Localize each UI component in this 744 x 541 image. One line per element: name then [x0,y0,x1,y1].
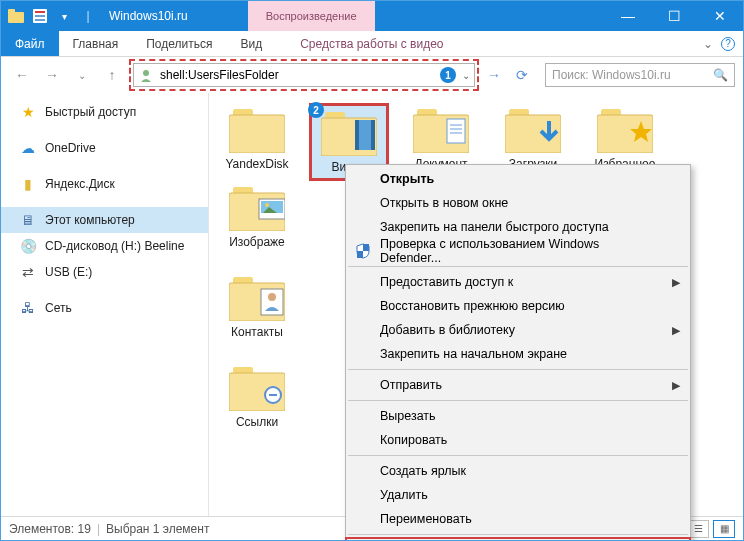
context-menu-item[interactable]: Вырезать [346,404,690,428]
sidebar-item-этот-компьютер[interactable]: 🖥Этот компьютер [1,207,208,233]
status-selection: Выбран 1 элемент [106,522,209,536]
window-controls: — ☐ ✕ [605,1,743,31]
forward-button[interactable]: → [39,62,65,88]
context-menu-item[interactable]: Открыть в новом окне [346,191,690,215]
sidebar-icon: 💿 [19,237,37,255]
context-menu-item[interactable]: Открыть [346,167,690,191]
sidebar-icon: ☁ [19,139,37,157]
qat-dropdown-icon[interactable]: ▾ [53,5,75,27]
folder-icon [229,365,285,411]
back-button[interactable]: ← [9,62,35,88]
folder-icon [321,110,377,156]
recent-locations-button[interactable]: ⌄ [69,62,95,88]
tab-home[interactable]: Главная [59,31,133,56]
view-icons-button[interactable]: ▦ [713,520,735,538]
context-menu-item[interactable]: Проверка с использованием Windows Defend… [346,239,690,263]
context-menu: ОткрытьОткрыть в новом окнеЗакрепить на … [345,164,691,541]
submenu-arrow-icon: ▶ [672,379,680,392]
svg-rect-13 [371,120,375,150]
sidebar-icon: 🖧 [19,299,37,317]
folder-icon [597,107,653,153]
context-menu-label: Создать ярлык [380,464,466,478]
context-menu-item[interactable]: Добавить в библиотеку▶ [346,318,690,342]
quick-access-toolbar: ▾ | [1,5,99,27]
help-icon[interactable]: ? [721,37,735,51]
folder-icon [5,5,27,27]
context-menu-label: Открыть [380,172,434,186]
context-menu-item[interactable]: Удалить [346,483,690,507]
sidebar-item-быстрый-доступ[interactable]: ★Быстрый доступ [1,99,208,125]
sidebar-item-яндекс-диск[interactable]: ▮Яндекс.Диск [1,171,208,197]
sidebar-label: Этот компьютер [45,213,135,227]
sidebar-item-usb-e-[interactable]: ⇄USB (E:) [1,259,208,285]
folder-icon [413,107,469,153]
sidebar-item-cd-дисковод-h-beeline[interactable]: 💿CD-дисковод (H:) Beeline [1,233,208,259]
contextual-tab-label: Воспроизведение [248,1,375,31]
ribbon-expand-icon[interactable]: ⌄ [703,37,713,51]
search-icon: 🔍 [713,68,728,82]
submenu-arrow-icon: ▶ [672,324,680,337]
folder-label: Ссылки [236,415,278,429]
up-button[interactable]: ↑ [99,62,125,88]
title-bar: ▾ | Windows10i.ru Воспроизведение — ☐ ✕ [1,1,743,31]
minimize-button[interactable]: — [605,1,651,31]
close-button[interactable]: ✕ [697,1,743,31]
folder-item[interactable]: YandexDisk [217,103,297,181]
context-menu-item[interactable]: Копировать [346,428,690,452]
context-menu-item[interactable]: Отправить▶ [346,373,690,397]
properties-icon[interactable] [29,5,51,27]
address-dropdown-icon[interactable]: ⌄ [462,70,470,81]
svg-point-32 [268,293,276,301]
shield-icon [354,242,372,260]
go-button[interactable]: → [483,67,505,83]
context-menu-separator [348,266,688,267]
status-item-count: Элементов: 19 [9,522,91,536]
folder-item[interactable]: Ссылки [217,361,297,433]
context-menu-item[interactable]: Закрепить на панели быстрого доступа [346,215,690,239]
window-title: Windows10i.ru [99,9,188,23]
navigation-bar: ← → ⌄ ↑ shell:UsersFilesFolder 1 ⌄ → ⟳ П… [1,57,743,93]
search-box[interactable]: Поиск: Windows10i.ru 🔍 [545,63,735,87]
explorer-window: ▾ | Windows10i.ru Воспроизведение — ☐ ✕ … [0,0,744,541]
tab-video-tools[interactable]: Средства работы с видео [286,31,457,56]
svg-rect-36 [363,244,369,251]
navigation-pane: ★Быстрый доступ☁OneDrive▮Яндекс.Диск🖥Это… [1,93,209,519]
tab-view[interactable]: Вид [226,31,276,56]
sidebar-item-сеть[interactable]: 🖧Сеть [1,295,208,321]
folder-item[interactable]: Контакты [217,271,297,343]
ribbon-tabs: Файл Главная Поделиться Вид Средства раб… [1,31,743,57]
search-placeholder: Поиск: Windows10i.ru [552,68,671,82]
tab-share[interactable]: Поделиться [132,31,226,56]
folder-icon [229,185,285,231]
submenu-arrow-icon: ▶ [672,276,680,289]
svg-point-28 [265,203,269,207]
context-menu-item[interactable]: Восстановить прежнюю версию [346,294,690,318]
folder-item[interactable]: Изображе [217,181,297,253]
address-highlight: shell:UsersFilesFolder 1 ⌄ [129,59,479,91]
file-tab[interactable]: Файл [1,31,59,56]
context-menu-item[interactable]: Переименовать [346,507,690,531]
svg-rect-4 [35,15,45,17]
sidebar-icon: ★ [19,103,37,121]
sidebar-label: USB (E:) [45,265,92,279]
context-menu-label: Закрепить на начальном экране [380,347,567,361]
svg-rect-3 [35,11,45,13]
context-menu-label: Отправить [380,378,442,392]
context-menu-item[interactable]: Закрепить на начальном экране [346,342,690,366]
context-menu-item[interactable]: Предоставить доступ к▶ [346,270,690,294]
sidebar-icon: ▮ [19,175,37,193]
svg-rect-12 [355,120,359,150]
context-menu-separator [348,455,688,456]
svg-rect-1 [8,9,15,14]
refresh-button[interactable]: ⟳ [509,62,535,88]
maximize-button[interactable]: ☐ [651,1,697,31]
address-text[interactable]: shell:UsersFilesFolder [160,68,434,82]
folder-label: Контакты [231,325,283,339]
sidebar-label: OneDrive [45,141,96,155]
address-bar[interactable]: shell:UsersFilesFolder 1 ⌄ [133,63,475,87]
context-menu-item[interactable]: Создать ярлык [346,459,690,483]
sidebar-item-onedrive[interactable]: ☁OneDrive [1,135,208,161]
svg-point-6 [143,70,149,76]
annotation-badge-1: 1 [440,67,456,83]
context-menu-label: Открыть в новом окне [380,196,508,210]
